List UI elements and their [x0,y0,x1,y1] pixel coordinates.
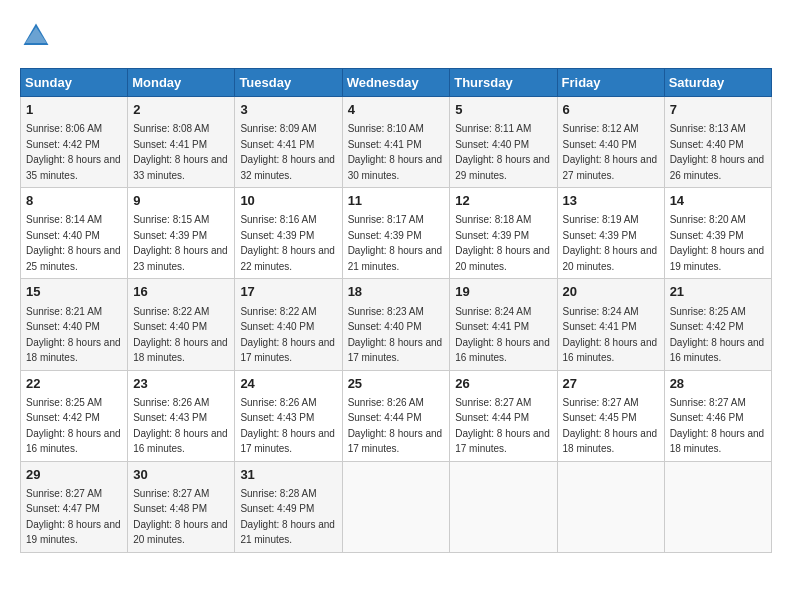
day-info: Sunrise: 8:27 AMSunset: 4:46 PMDaylight:… [670,397,765,455]
day-cell: 14 Sunrise: 8:20 AMSunset: 4:39 PMDaylig… [664,188,771,279]
day-number: 17 [240,283,336,301]
day-info: Sunrise: 8:20 AMSunset: 4:39 PMDaylight:… [670,214,765,272]
logo [20,20,56,52]
day-info: Sunrise: 8:25 AMSunset: 4:42 PMDaylight:… [670,306,765,364]
day-info: Sunrise: 8:13 AMSunset: 4:40 PMDaylight:… [670,123,765,181]
day-cell: 28 Sunrise: 8:27 AMSunset: 4:46 PMDaylig… [664,370,771,461]
day-number: 28 [670,375,766,393]
day-cell [664,461,771,552]
day-info: Sunrise: 8:22 AMSunset: 4:40 PMDaylight:… [240,306,335,364]
day-number: 21 [670,283,766,301]
day-info: Sunrise: 8:19 AMSunset: 4:39 PMDaylight:… [563,214,658,272]
week-row-1: 1 Sunrise: 8:06 AMSunset: 4:42 PMDayligh… [21,97,772,188]
week-row-2: 8 Sunrise: 8:14 AMSunset: 4:40 PMDayligh… [21,188,772,279]
day-number: 20 [563,283,659,301]
logo-icon [20,20,52,52]
day-cell: 8 Sunrise: 8:14 AMSunset: 4:40 PMDayligh… [21,188,128,279]
day-number: 18 [348,283,445,301]
day-cell: 4 Sunrise: 8:10 AMSunset: 4:41 PMDayligh… [342,97,450,188]
day-info: Sunrise: 8:14 AMSunset: 4:40 PMDaylight:… [26,214,121,272]
day-number: 29 [26,466,122,484]
day-cell [342,461,450,552]
day-cell: 18 Sunrise: 8:23 AMSunset: 4:40 PMDaylig… [342,279,450,370]
header-wednesday: Wednesday [342,69,450,97]
day-cell: 27 Sunrise: 8:27 AMSunset: 4:45 PMDaylig… [557,370,664,461]
day-info: Sunrise: 8:08 AMSunset: 4:41 PMDaylight:… [133,123,228,181]
week-row-3: 15 Sunrise: 8:21 AMSunset: 4:40 PMDaylig… [21,279,772,370]
day-number: 31 [240,466,336,484]
day-cell: 7 Sunrise: 8:13 AMSunset: 4:40 PMDayligh… [664,97,771,188]
day-cell: 9 Sunrise: 8:15 AMSunset: 4:39 PMDayligh… [128,188,235,279]
day-number: 23 [133,375,229,393]
day-cell: 3 Sunrise: 8:09 AMSunset: 4:41 PMDayligh… [235,97,342,188]
day-info: Sunrise: 8:28 AMSunset: 4:49 PMDaylight:… [240,488,335,546]
day-cell: 12 Sunrise: 8:18 AMSunset: 4:39 PMDaylig… [450,188,557,279]
day-info: Sunrise: 8:27 AMSunset: 4:48 PMDaylight:… [133,488,228,546]
day-number: 1 [26,101,122,119]
day-cell: 31 Sunrise: 8:28 AMSunset: 4:49 PMDaylig… [235,461,342,552]
day-number: 8 [26,192,122,210]
day-number: 16 [133,283,229,301]
day-info: Sunrise: 8:27 AMSunset: 4:47 PMDaylight:… [26,488,121,546]
day-number: 3 [240,101,336,119]
day-cell: 11 Sunrise: 8:17 AMSunset: 4:39 PMDaylig… [342,188,450,279]
day-cell: 23 Sunrise: 8:26 AMSunset: 4:43 PMDaylig… [128,370,235,461]
header-monday: Monday [128,69,235,97]
header-saturday: Saturday [664,69,771,97]
day-number: 7 [670,101,766,119]
header-tuesday: Tuesday [235,69,342,97]
calendar-table: SundayMondayTuesdayWednesdayThursdayFrid… [20,68,772,553]
day-number: 26 [455,375,551,393]
day-cell: 2 Sunrise: 8:08 AMSunset: 4:41 PMDayligh… [128,97,235,188]
day-number: 14 [670,192,766,210]
day-info: Sunrise: 8:21 AMSunset: 4:40 PMDaylight:… [26,306,121,364]
day-number: 12 [455,192,551,210]
day-number: 27 [563,375,659,393]
day-number: 15 [26,283,122,301]
day-cell: 29 Sunrise: 8:27 AMSunset: 4:47 PMDaylig… [21,461,128,552]
day-number: 4 [348,101,445,119]
header-friday: Friday [557,69,664,97]
day-cell: 5 Sunrise: 8:11 AMSunset: 4:40 PMDayligh… [450,97,557,188]
day-number: 6 [563,101,659,119]
day-cell: 22 Sunrise: 8:25 AMSunset: 4:42 PMDaylig… [21,370,128,461]
day-info: Sunrise: 8:22 AMSunset: 4:40 PMDaylight:… [133,306,228,364]
day-cell: 16 Sunrise: 8:22 AMSunset: 4:40 PMDaylig… [128,279,235,370]
day-info: Sunrise: 8:24 AMSunset: 4:41 PMDaylight:… [455,306,550,364]
day-cell: 6 Sunrise: 8:12 AMSunset: 4:40 PMDayligh… [557,97,664,188]
day-info: Sunrise: 8:12 AMSunset: 4:40 PMDaylight:… [563,123,658,181]
day-number: 30 [133,466,229,484]
day-info: Sunrise: 8:11 AMSunset: 4:40 PMDaylight:… [455,123,550,181]
header-sunday: Sunday [21,69,128,97]
day-info: Sunrise: 8:10 AMSunset: 4:41 PMDaylight:… [348,123,443,181]
day-number: 19 [455,283,551,301]
day-info: Sunrise: 8:15 AMSunset: 4:39 PMDaylight:… [133,214,228,272]
day-info: Sunrise: 8:25 AMSunset: 4:42 PMDaylight:… [26,397,121,455]
day-cell: 26 Sunrise: 8:27 AMSunset: 4:44 PMDaylig… [450,370,557,461]
day-cell: 1 Sunrise: 8:06 AMSunset: 4:42 PMDayligh… [21,97,128,188]
day-info: Sunrise: 8:06 AMSunset: 4:42 PMDaylight:… [26,123,121,181]
day-info: Sunrise: 8:26 AMSunset: 4:43 PMDaylight:… [133,397,228,455]
day-number: 11 [348,192,445,210]
day-info: Sunrise: 8:26 AMSunset: 4:44 PMDaylight:… [348,397,443,455]
day-info: Sunrise: 8:17 AMSunset: 4:39 PMDaylight:… [348,214,443,272]
day-cell: 13 Sunrise: 8:19 AMSunset: 4:39 PMDaylig… [557,188,664,279]
day-info: Sunrise: 8:23 AMSunset: 4:40 PMDaylight:… [348,306,443,364]
day-number: 25 [348,375,445,393]
day-info: Sunrise: 8:27 AMSunset: 4:44 PMDaylight:… [455,397,550,455]
svg-marker-1 [25,27,46,43]
day-cell: 10 Sunrise: 8:16 AMSunset: 4:39 PMDaylig… [235,188,342,279]
day-info: Sunrise: 8:18 AMSunset: 4:39 PMDaylight:… [455,214,550,272]
day-cell: 24 Sunrise: 8:26 AMSunset: 4:43 PMDaylig… [235,370,342,461]
day-number: 22 [26,375,122,393]
day-number: 24 [240,375,336,393]
day-cell: 17 Sunrise: 8:22 AMSunset: 4:40 PMDaylig… [235,279,342,370]
day-cell: 30 Sunrise: 8:27 AMSunset: 4:48 PMDaylig… [128,461,235,552]
day-cell: 19 Sunrise: 8:24 AMSunset: 4:41 PMDaylig… [450,279,557,370]
day-cell: 25 Sunrise: 8:26 AMSunset: 4:44 PMDaylig… [342,370,450,461]
day-cell [450,461,557,552]
day-cell: 20 Sunrise: 8:24 AMSunset: 4:41 PMDaylig… [557,279,664,370]
day-number: 9 [133,192,229,210]
header-thursday: Thursday [450,69,557,97]
day-info: Sunrise: 8:27 AMSunset: 4:45 PMDaylight:… [563,397,658,455]
